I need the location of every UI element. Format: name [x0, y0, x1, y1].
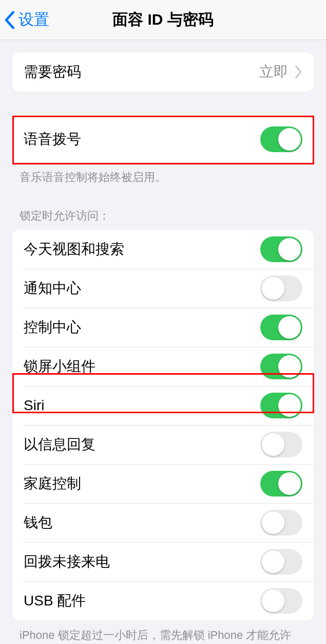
allow-access-row: 家庭控制 — [12, 464, 314, 503]
allow-access-group: 今天视图和搜索通知中心控制中心锁屏小组件Siri以信息回复家庭控制钱包回拨未接来… — [12, 230, 314, 620]
page-title: 面容 ID 与密码 — [112, 9, 214, 30]
allow-access-item-label: 控制中心 — [24, 318, 81, 337]
allow-access-footer: iPhone 锁定超过一小时后，需先解锁 iPhone 才能允许 USB 配件连… — [0, 620, 326, 644]
allow-access-toggle[interactable] — [260, 510, 302, 536]
voice-dial-label: 语音拨号 — [24, 130, 81, 149]
allow-access-row: 控制中心 — [12, 308, 314, 347]
allow-access-toggle[interactable] — [260, 236, 302, 262]
allow-access-item-label: 以信息回复 — [24, 435, 95, 454]
allow-access-toggle[interactable] — [260, 432, 302, 457]
voice-dial-group: 语音拨号 — [12, 116, 314, 162]
allow-access-item-label: USB 配件 — [24, 591, 86, 611]
voice-dial-row: 语音拨号 — [12, 116, 314, 162]
allow-access-toggle[interactable] — [260, 393, 302, 418]
voice-dial-toggle[interactable] — [260, 126, 302, 152]
allow-access-row: Siri — [12, 386, 314, 425]
allow-access-toggle[interactable] — [260, 549, 302, 575]
voice-dial-footer: 音乐语音控制将始终被启用。 — [0, 162, 326, 186]
allow-access-toggle[interactable] — [260, 275, 302, 301]
allow-access-row: USB 配件 — [12, 581, 314, 620]
allow-access-row: 通知中心 — [12, 269, 314, 308]
navbar: 设置 面容 ID 与密码 — [0, 0, 326, 40]
allow-access-row: 锁屏小组件 — [12, 347, 314, 386]
chevron-left-icon — [4, 11, 15, 29]
allow-access-toggle[interactable] — [260, 354, 302, 379]
allow-access-toggle[interactable] — [260, 315, 302, 340]
allow-access-item-label: 今天视图和搜索 — [24, 240, 124, 259]
require-passcode-row[interactable]: 需要密码 立即 — [12, 52, 314, 91]
require-passcode-label: 需要密码 — [24, 62, 81, 82]
allow-access-toggle[interactable] — [260, 588, 302, 614]
allow-access-row: 钱包 — [12, 503, 314, 542]
allow-access-row: 以信息回复 — [12, 425, 314, 464]
require-passcode-value-wrap: 立即 — [259, 62, 302, 82]
require-passcode-group: 需要密码 立即 — [12, 52, 314, 91]
back-label: 设置 — [18, 9, 49, 30]
require-passcode-value: 立即 — [259, 62, 288, 82]
allow-access-item-label: 通知中心 — [24, 279, 81, 298]
allow-access-item-label: 家庭控制 — [24, 474, 81, 493]
allow-access-toggle[interactable] — [260, 471, 302, 496]
allow-access-row: 今天视图和搜索 — [12, 230, 314, 269]
chevron-right-icon — [295, 66, 302, 78]
back-button[interactable]: 设置 — [4, 9, 49, 30]
allow-access-header: 锁定时允许访问： — [0, 208, 326, 230]
allow-access-item-label: 回拨未接来电 — [24, 552, 110, 572]
allow-access-item-label: 锁屏小组件 — [24, 357, 95, 376]
allow-access-row: 回拨未接来电 — [12, 542, 314, 581]
allow-access-item-label: Siri — [24, 397, 44, 414]
allow-access-item-label: 钱包 — [24, 513, 52, 532]
